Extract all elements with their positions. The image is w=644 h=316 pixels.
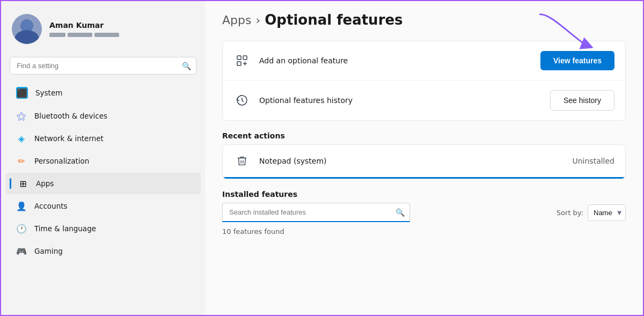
avatar <box>12 14 42 44</box>
gaming-icon: 🎮 <box>16 246 27 256</box>
installed-features-title: Installed features <box>222 190 626 199</box>
recent-item-status: Uninstalled <box>572 157 614 165</box>
user-bars <box>49 33 119 37</box>
sidebar: Aman Kumar 🔍 ⬛ System ⚝ Bluetooth & devi… <box>1 1 205 315</box>
installed-features-section: Installed features 🔍 Sort by: Name Size … <box>222 190 626 236</box>
svg-rect-0 <box>237 56 241 60</box>
add-feature-row: Add an optional feature View features <box>223 41 625 80</box>
breadcrumb-separator: › <box>255 13 260 27</box>
sidebar-label-bluetooth: Bluetooth & devices <box>34 112 107 120</box>
feature-history-label: Optional features history <box>259 96 541 105</box>
history-icon <box>233 92 251 109</box>
feature-search-icon: 🔍 <box>396 208 405 217</box>
sidebar-item-personalization[interactable]: ✏️ Personalization <box>5 150 201 172</box>
breadcrumb-parent: Apps <box>222 13 251 27</box>
feature-search-box: 🔍 <box>222 203 410 222</box>
user-bar-2 <box>68 33 92 37</box>
sidebar-label-accounts: Accounts <box>34 202 68 210</box>
sort-row: Sort by: Name Size Date ▼ <box>557 204 626 221</box>
sidebar-item-apps[interactable]: ⊞ Apps <box>5 173 201 194</box>
see-history-button[interactable]: See history <box>550 90 614 111</box>
search-filter-row: 🔍 Sort by: Name Size Date ▼ <box>222 203 626 222</box>
pencil-icon: ✏️ <box>16 156 27 166</box>
sidebar-label-time: Time & language <box>34 224 96 233</box>
user-info: Aman Kumar <box>49 21 119 37</box>
sort-label: Sort by: <box>557 209 583 217</box>
sidebar-item-system[interactable]: ⬛ System <box>5 82 201 104</box>
svg-rect-1 <box>243 56 247 60</box>
sidebar-label-network: Network & internet <box>34 134 104 143</box>
recent-actions-card: Notepad (system) Uninstalled <box>222 144 626 179</box>
search-input[interactable] <box>10 57 196 75</box>
trash-icon <box>233 152 251 170</box>
view-features-button[interactable]: View features <box>540 51 614 70</box>
sidebar-item-gaming[interactable]: 🎮 Gaming <box>5 240 201 262</box>
network-icon: ◈ <box>16 133 27 144</box>
sort-select-wrapper: Name Size Date ▼ <box>588 204 626 221</box>
features-card: Add an optional feature View features Op… <box>222 41 626 121</box>
sidebar-nav: ⬛ System ⚝ Bluetooth & devices ◈ Network… <box>1 81 205 306</box>
add-feature-label: Add an optional feature <box>259 56 532 65</box>
feature-search-input[interactable] <box>222 203 410 222</box>
user-section: Aman Kumar <box>1 10 205 53</box>
bluetooth-icon: ⚝ <box>16 111 27 121</box>
user-bar-1 <box>49 33 65 37</box>
recent-actions-title: Recent actions <box>222 131 626 140</box>
add-feature-icon <box>233 52 251 69</box>
sidebar-label-apps: Apps <box>36 179 54 188</box>
accounts-icon: 👤 <box>16 201 27 211</box>
system-icon: ⬛ <box>16 87 28 99</box>
apps-icon: ⊞ <box>18 178 28 189</box>
sidebar-item-time[interactable]: 🕐 Time & language <box>5 218 201 239</box>
main-content: Apps › Optional features <box>205 1 643 315</box>
time-icon: 🕐 <box>16 223 27 234</box>
sidebar-item-bluetooth[interactable]: ⚝ Bluetooth & devices <box>5 105 201 127</box>
breadcrumb-current: Optional features <box>265 12 402 28</box>
sidebar-label-personalization: Personalization <box>34 157 89 165</box>
sidebar-search-box: 🔍 <box>10 57 196 75</box>
sidebar-label-gaming: Gaming <box>34 247 63 255</box>
active-bar <box>10 178 11 189</box>
recent-item: Notepad (system) Uninstalled <box>223 145 625 177</box>
breadcrumb: Apps › Optional features <box>222 12 626 28</box>
feature-history-row: Optional features history See history <box>223 80 625 120</box>
sidebar-label-system: System <box>35 89 62 97</box>
sidebar-item-accounts[interactable]: 👤 Accounts <box>5 195 201 217</box>
svg-rect-2 <box>237 62 241 65</box>
recent-item-name: Notepad (system) <box>259 157 564 165</box>
features-count: 10 features found <box>222 227 626 236</box>
sidebar-item-network[interactable]: ◈ Network & internet <box>5 128 201 149</box>
user-name: Aman Kumar <box>49 21 119 30</box>
sort-select[interactable]: Name Size Date <box>588 204 626 221</box>
progress-bar <box>223 177 625 179</box>
user-bar-3 <box>94 33 119 37</box>
search-icon: 🔍 <box>182 62 191 70</box>
